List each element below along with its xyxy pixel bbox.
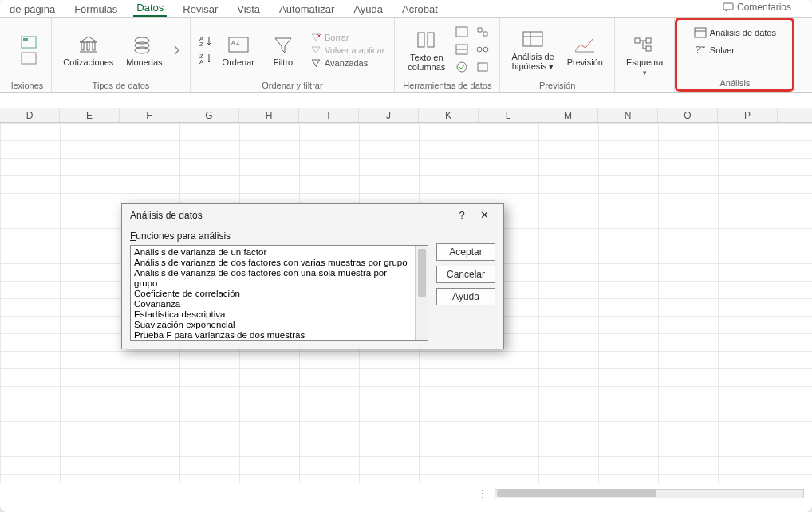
- list-item[interactable]: Análisis de varianza de dos factores con…: [134, 268, 412, 289]
- filtro-label: Filtro: [274, 57, 293, 67]
- col-header[interactable]: F: [120, 108, 179, 122]
- analisis-datos-button[interactable]: Análisis de datos: [692, 26, 778, 39]
- col-header[interactable]: E: [60, 108, 120, 122]
- comments-button[interactable]: Comentarios: [718, 0, 796, 14]
- col-header[interactable]: H: [239, 108, 299, 122]
- consolidate-icon[interactable]: [475, 26, 490, 40]
- column-headers: D E F G H I J K L M N O P: [0, 108, 812, 123]
- list-item[interactable]: Análisis de varianza de dos factores con…: [134, 258, 412, 268]
- monedas-button[interactable]: Monedas: [123, 32, 165, 69]
- svg-point-25: [483, 47, 488, 52]
- group-analisis-label: Análisis: [719, 77, 750, 88]
- tab-revisar[interactable]: Revisar: [179, 2, 221, 17]
- ribbon: lexiones Cotizaciones Monedas Tipos de d…: [0, 18, 812, 93]
- hipotesis-button[interactable]: Análisis de hipótesis ▾: [508, 26, 557, 73]
- list-item[interactable]: Estadística descriptiva: [134, 309, 412, 320]
- tab-datos[interactable]: Datos: [133, 0, 167, 17]
- analisis-dialog: Análisis de datos ? ✕ Funciones para aná…: [121, 203, 504, 349]
- svg-point-27: [457, 62, 467, 72]
- list-item[interactable]: Suavización exponencial: [134, 320, 412, 330]
- aceptar-button[interactable]: Aceptar: [436, 243, 495, 261]
- remove-dup-icon[interactable]: [455, 43, 469, 57]
- borrar-label: Borrar: [325, 33, 349, 42]
- prevision-button[interactable]: Previsión: [564, 32, 606, 69]
- flash-fill-icon[interactable]: [455, 26, 469, 40]
- sort-asc-icon[interactable]: AZ: [199, 34, 213, 49]
- sheet-tab-scroll-icon[interactable]: ⋮: [0, 487, 495, 500]
- sort-desc-icon[interactable]: ZA: [199, 52, 213, 66]
- formula-bar[interactable]: [0, 93, 812, 108]
- cancelar-button[interactable]: Cancelar: [436, 266, 495, 283]
- esquema-button[interactable]: Esquema ▾: [623, 32, 666, 78]
- whatif-icon: [520, 28, 546, 50]
- svg-rect-35: [646, 38, 651, 43]
- svg-rect-33: [635, 38, 640, 43]
- borrar-button[interactable]: Borrar: [309, 32, 351, 43]
- col-header[interactable]: K: [419, 108, 479, 122]
- svg-rect-20: [428, 33, 434, 47]
- hipotesis-label2: hipótesis ▾: [512, 61, 554, 72]
- svg-text:?: ?: [696, 45, 700, 54]
- relations-icon[interactable]: [475, 43, 490, 57]
- forecast-icon: [572, 33, 597, 56]
- svg-point-24: [477, 47, 482, 52]
- ayuda-post: uda: [463, 291, 479, 302]
- col-header[interactable]: O: [658, 108, 718, 122]
- listbox-scrollbar[interactable]: [415, 246, 428, 340]
- col-header[interactable]: N: [598, 108, 658, 122]
- svg-rect-29: [523, 32, 542, 46]
- tab-automatizar[interactable]: Automatizar: [276, 2, 337, 17]
- list-item[interactable]: Coeficiente de correlación: [134, 289, 412, 299]
- horizontal-scrollbar[interactable]: ⋮: [0, 486, 812, 501]
- volver-button[interactable]: Volver a aplicar: [309, 45, 386, 56]
- col-header[interactable]: J: [359, 108, 419, 122]
- svg-rect-0: [723, 3, 733, 10]
- tab-ayuda[interactable]: Ayuda: [350, 2, 386, 17]
- ordenar-label: Ordenar: [223, 57, 254, 67]
- ayuda-button[interactable]: Ayuda: [436, 288, 495, 305]
- svg-rect-19: [418, 33, 424, 47]
- avanzadas-button[interactable]: Avanzadas: [309, 57, 369, 69]
- clear-icon: [310, 33, 321, 42]
- svg-rect-28: [478, 63, 487, 71]
- comments-label: Comentarios: [737, 2, 791, 13]
- col-header[interactable]: D: [0, 108, 60, 122]
- list-item[interactable]: Análisis de varianza de un factor: [134, 247, 412, 258]
- group-tipos-label: Tipos de datos: [93, 79, 150, 90]
- filtro-button[interactable]: Filtro: [264, 32, 302, 69]
- advanced-icon: [310, 58, 321, 68]
- tab-acrobat[interactable]: Acrobat: [399, 2, 441, 17]
- col-header[interactable]: P: [718, 108, 778, 122]
- texto-columnas-button[interactable]: Texto en columnas: [404, 27, 448, 73]
- tab-diseno[interactable]: de página: [6, 2, 58, 17]
- solver-icon: ?: [694, 45, 707, 56]
- list-item[interactable]: Covarianza: [134, 299, 412, 309]
- tab-vista[interactable]: Vista: [234, 2, 263, 17]
- svg-point-10: [135, 47, 149, 53]
- refresh-icon[interactable]: [20, 35, 34, 49]
- svg-rect-5: [87, 42, 89, 50]
- col-header[interactable]: M: [538, 108, 598, 122]
- tab-formulas[interactable]: Fórmulas: [71, 2, 120, 17]
- col-header[interactable]: G: [179, 108, 239, 122]
- solver-button[interactable]: ? Solver: [692, 44, 736, 57]
- list-item[interactable]: Prueba F para varianzas de dos muestras: [134, 330, 412, 341]
- cotizaciones-button[interactable]: Cotizaciones: [60, 32, 116, 69]
- col-header[interactable]: L: [479, 108, 538, 122]
- cotizaciones-label: Cotizaciones: [63, 57, 113, 67]
- functions-listbox[interactable]: Análisis de varianza de un factor Anális…: [130, 245, 428, 341]
- connections-icon[interactable]: [20, 51, 34, 65]
- help-icon[interactable]: ?: [451, 209, 473, 221]
- avanzadas-label: Avanzadas: [325, 58, 368, 68]
- chevron-down-icon: ▾: [549, 61, 554, 71]
- col-header[interactable]: I: [299, 108, 359, 122]
- functions-label: Funciones para análisis: [130, 230, 231, 242]
- validation-icon[interactable]: [455, 61, 469, 75]
- svg-rect-36: [646, 46, 651, 51]
- ordenar-button[interactable]: A Z Ordenar: [219, 32, 258, 69]
- model-icon[interactable]: [475, 61, 490, 75]
- close-icon[interactable]: ✕: [473, 209, 495, 221]
- chevron-right-icon[interactable]: [172, 34, 182, 66]
- group-prevision-label: Previsión: [539, 79, 575, 90]
- reapply-icon: [310, 45, 321, 55]
